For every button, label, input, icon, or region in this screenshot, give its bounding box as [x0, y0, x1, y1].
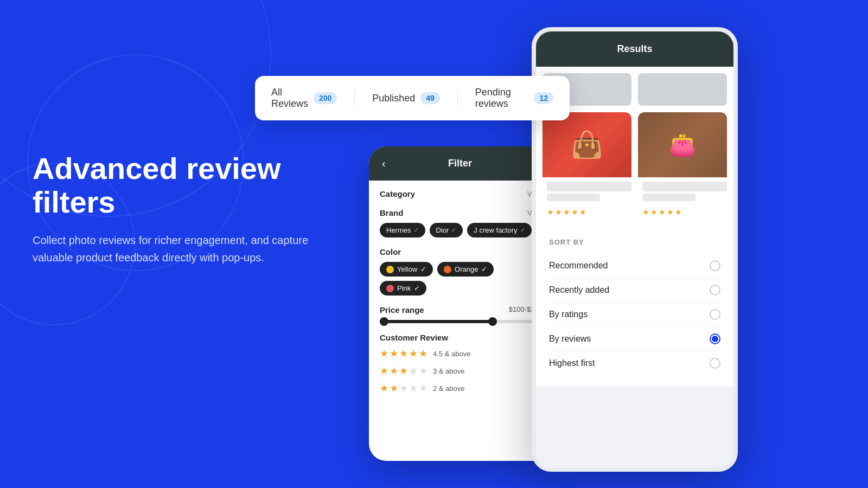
sort-highest-first-radio[interactable]: [710, 358, 720, 369]
sort-highest-first-label: Highest first: [549, 358, 595, 368]
color-tag-orange[interactable]: Orange ✓: [437, 262, 494, 277]
dior-check: ✓: [451, 227, 456, 234]
results-header: Results: [536, 31, 733, 67]
filter-header: ‹ Filter R: [369, 146, 553, 181]
product-2-price-placeholder: [642, 194, 695, 201]
review-item-2[interactable]: ★ ★ ★ ★ ★ 2 & above: [380, 382, 542, 394]
back-button[interactable]: ‹: [382, 157, 386, 170]
product-1-price-placeholder: [547, 194, 600, 201]
review-item-3[interactable]: ★ ★ ★ ★ ★ 3 & above: [380, 365, 542, 377]
star-3: ★: [399, 365, 408, 377]
orange-check: ✓: [481, 265, 487, 273]
tab-all-reviews-label: All Reviews: [271, 87, 308, 110]
product-1-image: [542, 112, 631, 177]
category-label-row: Category View: [380, 189, 542, 198]
phone-filter: ‹ Filter R Category View Brand View Herm…: [369, 146, 553, 461]
price-range-track[interactable]: [380, 320, 542, 323]
star-4-empty: ★: [409, 382, 418, 394]
sort-by-ratings-label: By ratings: [549, 310, 588, 319]
sort-recently-added-radio[interactable]: [710, 285, 720, 296]
tab-divider-2: [457, 91, 458, 106]
p2-star-3: ★: [659, 208, 666, 216]
p1-star-4: ★: [571, 208, 578, 216]
reviews-tabbar: All Reviews 200 Published 49 Pending rev…: [255, 76, 570, 120]
customer-review-label: Customer Review: [380, 333, 542, 342]
range-thumb-right[interactable]: [488, 317, 497, 326]
main-heading: Advanced review filters: [33, 152, 315, 219]
filter-body: Category View Brand View Hermes ✓ Dior ✓: [369, 181, 553, 408]
stars-2: ★ ★ ★ ★ ★: [380, 382, 427, 394]
star-2: ★: [390, 365, 398, 377]
sort-highest-first[interactable]: Highest first: [549, 351, 720, 375]
jcrew-check: ✓: [520, 227, 525, 234]
stars-4.5: ★ ★ ★ ★ ★: [380, 348, 427, 359]
p1-star-1: ★: [547, 208, 554, 216]
p1-star-2: ★: [555, 208, 562, 216]
range-thumb-left[interactable]: [380, 317, 388, 326]
sort-recently-added-label: Recently added: [549, 285, 609, 295]
brand-hermes-label: Hermes: [386, 226, 411, 234]
product-2-stars: ★ ★ ★ ★ ★: [638, 206, 727, 221]
star-2: ★: [390, 348, 398, 359]
brand-tag-jcrew[interactable]: J crew factory ✓: [467, 223, 531, 237]
p2-star-5: ★: [675, 208, 682, 216]
sort-recently-added[interactable]: Recently added: [549, 278, 720, 303]
sort-by-reviews-radio[interactable]: [710, 333, 720, 344]
review-text-4.5: 4.5 & above: [433, 350, 527, 358]
tab-all-reviews-badge: 200: [314, 92, 337, 104]
hermes-check: ✓: [414, 227, 419, 234]
color-tag-yellow[interactable]: Yellow ✓: [380, 262, 433, 277]
tab-pending-label: Pending reviews: [475, 87, 529, 110]
star-2: ★: [390, 382, 398, 394]
color-tag-pink[interactable]: Pink ✓: [380, 281, 426, 296]
sort-by-reviews-label: By reviews: [549, 334, 591, 344]
brand-tag-hermes[interactable]: Hermes ✓: [380, 223, 425, 237]
tab-published[interactable]: Published 49: [372, 92, 440, 104]
p1-star-5: ★: [579, 208, 586, 216]
tab-published-label: Published: [372, 93, 415, 104]
color-label-row: Color: [380, 247, 542, 256]
left-content: Advanced review filters Collect photo re…: [33, 152, 315, 266]
orange-label: Orange: [455, 265, 478, 273]
sort-title: SORT BY: [549, 238, 720, 246]
brand-dior-label: Dior: [436, 226, 449, 234]
brand-section: Brand View Hermes ✓ Dior ✓ J crew factor…: [380, 208, 542, 237]
category-section: Category View: [380, 189, 542, 198]
star-3-empty: ★: [399, 382, 408, 394]
p1-star-3: ★: [563, 208, 570, 216]
color-label: Color: [380, 247, 401, 256]
filter-title: Filter: [448, 158, 472, 169]
sort-recommended-radio[interactable]: [710, 260, 720, 271]
sort-by-ratings-radio[interactable]: [710, 309, 720, 320]
p2-star-4: ★: [667, 208, 674, 216]
color-tags: Yellow ✓ Orange ✓ Pink ✓: [380, 262, 542, 296]
brand-tag-dior[interactable]: Dior ✓: [430, 223, 463, 237]
p2-star-1: ★: [642, 208, 649, 216]
orange-dot: [444, 266, 451, 273]
product-card-1[interactable]: ★ ★ ★ ★ ★: [542, 112, 631, 221]
placeholder-card-2: [638, 73, 727, 106]
review-item-4.5[interactable]: ★ ★ ★ ★ ★ 4.5 & above: [380, 348, 542, 359]
sort-by-ratings[interactable]: By ratings: [549, 303, 720, 327]
star-4: ★: [409, 348, 418, 359]
color-section: Color Yellow ✓ Orange ✓ Pink ✓: [380, 247, 542, 296]
brand-tags: Hermes ✓ Dior ✓ J crew factory ✓: [380, 223, 542, 237]
sub-text: Collect photo reviews for richer engagem…: [33, 232, 315, 266]
product-card-2[interactable]: ★ ★ ★ ★ ★: [638, 112, 727, 221]
yellow-dot: [386, 266, 394, 273]
yellow-check: ✓: [420, 265, 426, 273]
tab-divider-1: [354, 91, 355, 106]
price-section: Price range $100-$200: [380, 305, 542, 323]
range-fill: [380, 320, 494, 323]
brand-label-row: Brand View: [380, 208, 542, 217]
star-5-half: ★: [419, 348, 427, 359]
yellow-label: Yellow: [397, 265, 417, 273]
star-4-empty: ★: [409, 365, 418, 377]
tab-all-reviews[interactable]: All Reviews 200: [271, 87, 337, 110]
tab-pending-badge: 12: [534, 92, 553, 104]
sort-by-reviews[interactable]: By reviews: [549, 327, 720, 351]
sort-recommended[interactable]: Recommended: [549, 254, 720, 278]
gray-card-2: [638, 73, 727, 106]
category-label: Category: [380, 189, 415, 198]
tab-pending[interactable]: Pending reviews 12: [475, 87, 553, 110]
